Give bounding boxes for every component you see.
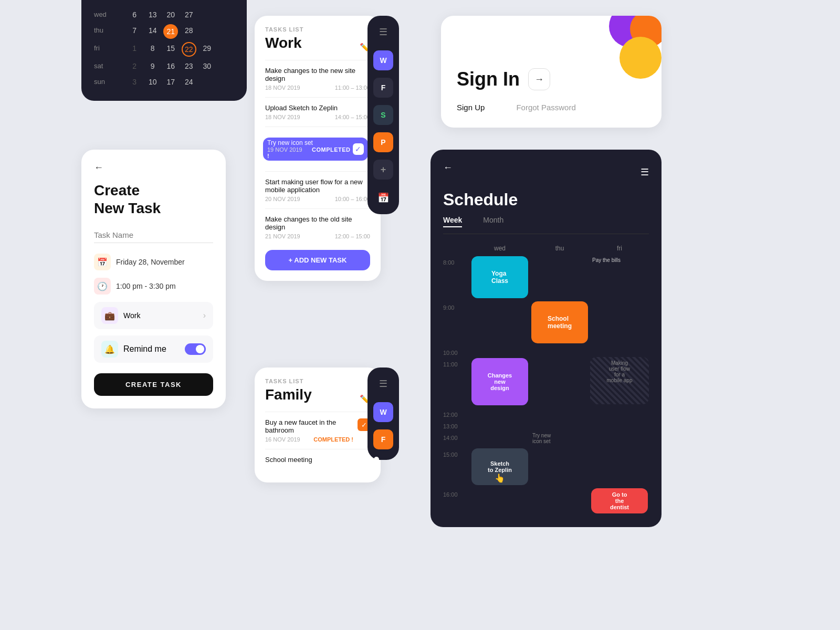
time-900: 9:00 xyxy=(443,300,469,344)
task-date: 18 NOV 2019 xyxy=(265,114,300,120)
sidebar-item-f[interactable]: F xyxy=(373,78,393,98)
create-task-card: ← Create New Task 📅 Friday 28, November … xyxy=(81,150,226,408)
tab-month[interactable]: Month xyxy=(483,216,503,227)
signin-links: Sign Up Forgot Password xyxy=(457,103,646,112)
remind-row: 🔔 Remind me xyxy=(94,335,213,363)
sched-cell-wed-15: Sketchto Zeplin 👆 xyxy=(470,447,529,486)
cal-num-empty xyxy=(198,76,216,88)
cal-num-outlined[interactable]: 22 xyxy=(182,42,196,57)
cal-num[interactable]: 14 xyxy=(144,24,162,39)
cal-num[interactable]: 28 xyxy=(180,24,198,39)
work-selector[interactable]: 💼 Work › xyxy=(94,302,213,329)
task-name-input[interactable] xyxy=(94,227,213,243)
dentist-event[interactable]: Go tothedentist xyxy=(591,488,648,513)
cal-num[interactable]: 29 xyxy=(198,42,216,57)
cal-num[interactable]: 15 xyxy=(162,42,180,57)
tab-week[interactable]: Week xyxy=(443,216,462,227)
col-fri: fri xyxy=(590,243,649,254)
task-time: 11:00 – 13:00 xyxy=(335,85,370,91)
sketch-zeplin-event[interactable]: Sketchto Zeplin 👆 xyxy=(471,448,528,485)
sched-cell-wed-8: YogaClass xyxy=(470,255,529,299)
hamburger-icon[interactable]: ☰ xyxy=(379,26,387,38)
signup-link[interactable]: Sign Up xyxy=(457,103,485,112)
signin-arrow-button[interactable]: → xyxy=(528,68,550,90)
sched-cell-wed-13 xyxy=(470,419,529,429)
calendar-icon[interactable]: 📅 xyxy=(377,192,389,204)
sidebar-item-s[interactable]: S xyxy=(373,105,393,125)
cal-num[interactable]: 24 xyxy=(180,76,198,88)
hamburger-icon-bottom[interactable]: ☰ xyxy=(379,378,387,390)
sched-cell-wed-12 xyxy=(470,407,529,418)
making-flow-event[interactable]: Makinguser flowfor amobile app xyxy=(590,357,649,404)
task-item: Make changes to the old site design 21 N… xyxy=(265,208,370,246)
signin-title-text: Sign In xyxy=(457,68,520,90)
forgot-password-link[interactable]: Forgot Password xyxy=(516,103,575,112)
cal-num[interactable]: 8 xyxy=(144,42,162,57)
task-meta: 18 NOV 2019 14:00 – 15:00 xyxy=(265,114,370,120)
cal-num[interactable]: 30 xyxy=(198,60,216,72)
add-list-button[interactable]: + xyxy=(373,160,393,180)
cal-num[interactable]: 20 xyxy=(162,8,180,21)
sched-cell-thu-12 xyxy=(530,407,589,418)
sidebar-item-f2[interactable]: F xyxy=(373,429,393,449)
task-time-label: 1:00 pm - 3:30 pm xyxy=(116,282,176,290)
yoga-event[interactable]: YogaClass xyxy=(471,256,528,298)
cal-num[interactable]: 23 xyxy=(180,60,198,72)
time-1300: 13:00 xyxy=(443,419,469,429)
cal-num[interactable]: 3 xyxy=(125,76,144,88)
cal-num[interactable]: 13 xyxy=(144,8,162,21)
cal-num[interactable]: 10 xyxy=(144,76,162,88)
cal-label-wed: wed xyxy=(94,8,125,21)
sched-cell-wed-14 xyxy=(470,430,529,446)
cal-num[interactable]: 6 xyxy=(125,8,144,21)
sidebar-item-w2[interactable]: W xyxy=(373,402,393,422)
sidebar-item-w[interactable]: W xyxy=(373,50,393,70)
pay-bills-event[interactable]: Pay the bills xyxy=(590,255,649,299)
sched-cell-thu-11 xyxy=(530,357,589,406)
tasks-work-card: TASKS LIST Work ✏️ Make changes to the n… xyxy=(255,16,381,281)
cal-num[interactable]: 7 xyxy=(125,24,144,39)
time-1000: 10:00 xyxy=(443,345,469,356)
task-date: 16 NOV 2019 xyxy=(265,436,300,443)
try-icon-event[interactable]: Try newicon set xyxy=(530,430,589,446)
sched-cell-fri-15 xyxy=(590,447,649,486)
task-date-row: 📅 Friday 28, November xyxy=(94,254,213,270)
sched-cell-wed-9 xyxy=(470,300,529,344)
task-date: 21 NOV 2019 xyxy=(265,233,300,239)
cal-num[interactable]: 16 xyxy=(162,60,180,72)
bell-icon: 🔔 xyxy=(101,341,118,358)
work-icon: 💼 xyxy=(101,307,118,324)
cal-num-active[interactable]: 21 xyxy=(163,24,178,39)
cal-num-empty xyxy=(216,60,235,72)
sched-cell-fri-16: Go tothedentist xyxy=(590,487,649,514)
cal-num[interactable]: 1 xyxy=(125,42,144,57)
schedule-menu-icon[interactable]: ☰ xyxy=(640,166,649,178)
task-title: Make changes to the new site design xyxy=(265,67,370,82)
family-task-completed: Buy a new faucet in the bathroom 16 NOV … xyxy=(265,412,370,449)
schedule-back-button[interactable]: ← xyxy=(443,162,453,173)
school-meeting-event[interactable]: Schoolmeeting xyxy=(531,301,588,343)
back-button[interactable]: ← xyxy=(94,162,213,173)
cal-num[interactable]: 2 xyxy=(125,60,144,72)
schedule-tabs: Week Month xyxy=(443,216,649,234)
changes-design-event[interactable]: Changesnewdesign xyxy=(471,358,528,405)
chevron-right-icon: › xyxy=(203,311,206,320)
sched-cell-thu-16 xyxy=(530,487,589,514)
create-task-button[interactable]: CREATE TASK xyxy=(94,373,213,396)
sched-cell-thu-13 xyxy=(530,419,589,429)
task-date: 18 NOV 2019 xyxy=(265,85,300,91)
task-item: Start making user flow for a new mobile … xyxy=(265,171,370,208)
cal-num[interactable]: 9 xyxy=(144,60,162,72)
cal-num[interactable]: 17 xyxy=(162,76,180,88)
sidebar-item-p[interactable]: P xyxy=(373,132,393,152)
remind-toggle[interactable] xyxy=(185,343,206,355)
cal-num[interactable]: 27 xyxy=(180,8,198,21)
task-title: School meeting xyxy=(265,456,370,464)
task-date-label: Friday 28, November xyxy=(116,258,185,266)
completed-label: COMPLETED ! xyxy=(313,436,353,443)
task-time-row: 🕐 1:00 pm - 3:30 pm xyxy=(94,278,213,295)
task-meta: 21 NOV 2019 12:00 – 15:00 xyxy=(265,233,370,239)
add-task-button[interactable]: + ADD NEW TASK xyxy=(265,250,370,270)
cal-num-empty xyxy=(216,24,235,39)
cal-label-thu: thu xyxy=(94,24,125,39)
